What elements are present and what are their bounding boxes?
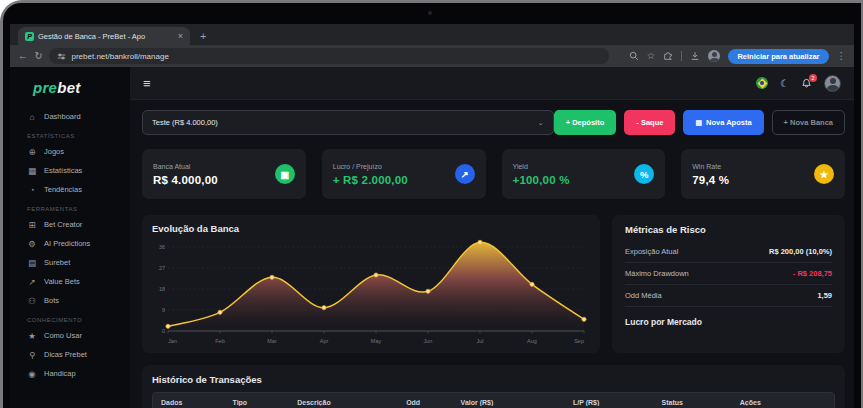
column-header-1: Tipo <box>225 399 290 406</box>
back-icon[interactable]: ← <box>18 51 28 61</box>
extensions-icon[interactable] <box>663 51 673 61</box>
sidebar-section-header: FERRAMENTAS <box>10 199 130 215</box>
sidebar-item-label: Dicas Prebet <box>44 350 87 359</box>
saque-button[interactable]: - Saque <box>624 110 675 135</box>
nova-aposta-label: Nova Aposta <box>706 118 752 127</box>
nova-banca-label: + Nova Banca <box>784 118 833 127</box>
risk-metrics-card: Métricas de Risco Exposição AtualR$ 200,… <box>612 215 845 353</box>
sidebar-item-surebet[interactable]: ▤Surebet <box>10 253 130 272</box>
chart-title: Evolução da Banca <box>152 223 590 234</box>
site-settings-icon[interactable] <box>57 52 66 61</box>
bar-chart-icon: ▦ <box>27 166 37 176</box>
browser-tab[interactable]: P Gestão de Banca - PreBet - Apo × <box>18 27 190 45</box>
profit-by-market-title: Lucro por Mercado <box>625 317 832 327</box>
sidebar-item-label: Handicap <box>44 369 76 378</box>
stat-card-2: Yield+100,00 %% <box>502 149 666 199</box>
stat-value: +100,00 % <box>513 174 570 186</box>
trend-up-icon: ↗ <box>27 277 37 287</box>
column-header-0: Dados <box>153 399 225 406</box>
sidebar-item-bet-creator[interactable]: ⊞Bet Creator <box>10 215 130 234</box>
transactions-title: Histórico de Transações <box>152 374 835 385</box>
zoom-icon[interactable] <box>629 51 639 61</box>
svg-text:Jan: Jan <box>168 338 177 344</box>
brazil-flag-icon[interactable] <box>756 77 768 89</box>
svg-text:27: 27 <box>159 265 165 271</box>
url-text: prebet.net/bankroll/manage <box>71 52 168 61</box>
webcam-icon <box>428 11 432 15</box>
sidebar-item-dashboard[interactable]: ⌂Dashboard <box>10 107 130 126</box>
wallet-icon: ▣ <box>275 164 295 184</box>
lightbulb-icon: ⚲ <box>27 350 37 360</box>
sidebar-item-label: Como Usar <box>44 331 82 340</box>
sidebar-item-ai-predictions[interactable]: ⚙AI Predictions <box>10 234 130 253</box>
nova-banca-button[interactable]: + Nova Banca <box>772 110 845 135</box>
sidebar-item-label: Estatísticas <box>44 166 82 175</box>
risk-title: Métricas de Risco <box>625 224 832 235</box>
risk-row: Máximo Drawdown- R$ 208,75 <box>625 263 832 285</box>
sidebar-item-dicas-prebet[interactable]: ⚲Dicas Prebet <box>10 345 130 364</box>
sidebar-item-label: Tendências <box>44 185 82 194</box>
prebet-logo[interactable]: prebet <box>10 72 130 107</box>
browser-profile-avatar[interactable] <box>708 50 720 62</box>
transactions-table-header: DadosTipoDescriçãoOddValor (R$)L/P (R$)S… <box>152 392 835 408</box>
svg-text:May: May <box>371 338 382 344</box>
download-icon[interactable] <box>690 51 700 61</box>
chrome-update-button[interactable]: Reiniciar para atualizar <box>728 49 828 64</box>
logo-pre: pre <box>33 79 57 96</box>
star-icon: ★ <box>27 331 37 341</box>
risk-rows: Exposição AtualR$ 200,00 (10,0%)Máximo D… <box>625 241 832 307</box>
sidebar-item-label: Dashboard <box>44 112 81 121</box>
sidebar-item-jogos[interactable]: ⊕Jogos <box>10 142 130 161</box>
tab-title: Gestão de Banca - PreBet - Apo <box>38 32 174 41</box>
column-header-6: Status <box>653 399 731 406</box>
sidebar-item-tendencias[interactable]: ◔Tendências <box>10 180 130 199</box>
sidebar-item-handicap[interactable]: ◉Handicap <box>10 364 130 383</box>
bankroll-select-value: Teste (R$ 4.000,00) <box>152 118 218 127</box>
prebet-favicon-icon: P <box>25 32 34 41</box>
stat-label: Lucro / Prejuízo <box>333 163 408 170</box>
risk-row-label: Máximo Drawdown <box>625 269 689 278</box>
browser-menu-icon[interactable]: ⋮ <box>837 51 847 61</box>
sidebar-item-bots[interactable]: ⚇Bots <box>10 291 130 310</box>
refresh-icon[interactable]: ↻ <box>35 51 43 61</box>
sidebar-item-label: Surebet <box>44 258 70 267</box>
notification-badge: 2 <box>809 74 817 82</box>
tab-close-icon[interactable]: × <box>178 32 183 41</box>
deposito-button[interactable]: + Depósito <box>554 110 617 135</box>
bankroll-select[interactable]: Teste (R$ 4.000,00) ⌄ <box>142 110 554 135</box>
column-header-5: L/P (R$) <box>565 399 654 406</box>
sidebar-item-como-usar[interactable]: ★Como Usar <box>10 326 130 345</box>
nova-aposta-button[interactable]: ▤Nova Aposta <box>683 110 763 135</box>
robot-icon: ⚙ <box>27 239 37 249</box>
bot-icon: ⚇ <box>27 296 37 306</box>
saque-label: - Saque <box>636 118 663 127</box>
svg-text:Apr: Apr <box>320 338 329 344</box>
topbar-right: ☾ 2 <box>756 75 841 92</box>
risk-row-value: 1,59 <box>817 291 832 300</box>
hamburger-menu-icon[interactable]: ≡ <box>143 76 151 91</box>
risk-row-value: R$ 200,00 (10,0%) <box>769 247 832 256</box>
panels-row: Evolução da Banca 09182736JanFebMarAprMa… <box>142 215 845 353</box>
dark-mode-moon-icon[interactable]: ☾ <box>780 78 789 89</box>
risk-row-value: - R$ 208,75 <box>793 269 832 278</box>
builder-icon: ⊞ <box>27 220 37 230</box>
url-bar[interactable]: prebet.net/bankroll/manage <box>49 48 609 64</box>
sidebar-item-estatisticas[interactable]: ▦Estatísticas <box>10 161 130 180</box>
column-header-3: Odd <box>398 399 452 406</box>
sidebar-item-value-bets[interactable]: ↗Value Bets <box>10 272 130 291</box>
chevron-down-icon: ⌄ <box>538 119 544 127</box>
bookmark-star-icon[interactable]: ☆ <box>647 51 656 61</box>
svg-text:0: 0 <box>162 328 165 334</box>
bankroll-chart: 09182736JanFebMarAprMayJunJulAugSep <box>152 239 590 349</box>
svg-text:36: 36 <box>159 244 165 250</box>
stat-card-3: Win Rate79,4 %★ <box>681 149 845 199</box>
notifications-bell-icon[interactable]: 2 <box>801 78 812 89</box>
toolbar-divider <box>681 51 682 61</box>
browser-toolbar: ← ↻ prebet.net/bankroll/manage ☆ Reinici… <box>10 45 854 67</box>
document-icon: ▤ <box>27 258 37 268</box>
main-area: ≡ ☾ 2 Teste (R$ 4.000,00) <box>130 67 854 408</box>
sidebar: prebet ⌂DashboardESTATÍSTICAS⊕Jogos▦Esta… <box>10 67 130 408</box>
nova-aposta-icon: ▤ <box>695 119 702 127</box>
new-tab-button[interactable]: + <box>200 30 206 42</box>
user-avatar[interactable] <box>824 75 841 92</box>
